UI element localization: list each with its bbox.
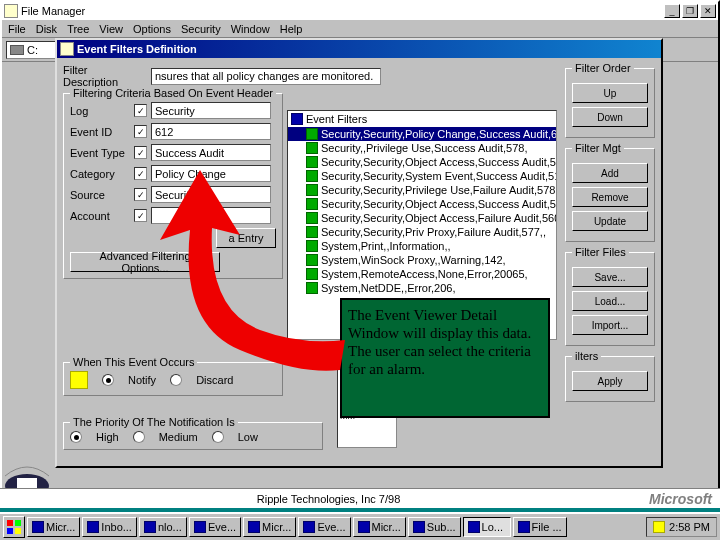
account-input[interactable] (151, 207, 271, 224)
import-button[interactable]: Import... (572, 315, 648, 335)
system-tray[interactable]: 2:58 PM (646, 517, 717, 537)
tree-item[interactable]: System,RemoteAccess,None,Error,20065, (288, 267, 556, 281)
tree-item[interactable]: Security,Security,Policy Change,Success … (288, 127, 556, 141)
taskbar-button[interactable]: Micr... (27, 517, 80, 537)
account-checkbox[interactable]: ✓ (134, 209, 147, 222)
filter-icon (306, 212, 318, 224)
menu-window[interactable]: Window (231, 23, 270, 35)
down-button[interactable]: Down (572, 107, 648, 127)
taskbar-button[interactable]: Micr... (243, 517, 296, 537)
high-radio[interactable] (70, 431, 82, 443)
menu-options[interactable]: Options (133, 23, 171, 35)
taskbar-button[interactable]: Sub... (408, 517, 461, 537)
taskbar-button[interactable]: nlo... (139, 517, 187, 537)
filter-description-input[interactable] (151, 68, 381, 85)
tree-item[interactable]: Security,,Privilege Use,Success Audit,57… (288, 141, 556, 155)
task-label: Eve... (208, 521, 236, 533)
filter-files-group: Save... Load... Import... (565, 252, 655, 346)
log-checkbox[interactable]: ✓ (134, 104, 147, 117)
tree-item[interactable]: Security,Security,System Event,Success A… (288, 169, 556, 183)
menu-view[interactable]: View (99, 23, 123, 35)
apply-button[interactable]: Apply (572, 371, 648, 391)
footer-right: Microsoft (649, 491, 712, 507)
filter-icon (306, 240, 318, 252)
start-button[interactable] (3, 516, 25, 538)
medium-radio[interactable] (133, 431, 145, 443)
svg-rect-1 (17, 478, 37, 488)
medium-label: Medium (159, 431, 198, 443)
load-button[interactable]: Load... (572, 291, 648, 311)
tree-item-label: Security,Security,Privilege Use,Failure … (321, 184, 557, 196)
filter-icon (306, 142, 318, 154)
category-checkbox[interactable]: ✓ (134, 167, 147, 180)
fm-titlebar[interactable]: File Manager _ ❐ ✕ (2, 2, 718, 20)
annotation-callout: The Event Viewer Detail Window will disp… (340, 298, 550, 418)
tree-item[interactable]: System,WinSock Proxy,,Warning,142, (288, 253, 556, 267)
low-radio[interactable] (212, 431, 224, 443)
up-button[interactable]: Up (572, 83, 648, 103)
eventid-input[interactable] (151, 123, 271, 140)
task-label: Micr... (46, 521, 75, 533)
taskbar-button[interactable]: Micr... (353, 517, 406, 537)
filter-icon (306, 226, 318, 238)
menu-tree[interactable]: Tree (67, 23, 89, 35)
task-icon (32, 521, 44, 533)
tray-icon[interactable] (653, 521, 665, 533)
fm-menubar[interactable]: File Disk Tree View Options Security Win… (2, 20, 718, 38)
filter-icon (306, 184, 318, 196)
funnel-icon (291, 113, 303, 125)
add-button[interactable]: Add (572, 163, 648, 183)
advanced-options-button[interactable]: Advanced Filtering Options... (70, 252, 220, 272)
tree-item[interactable]: Security,Security,Privilege Use,Failure … (288, 183, 556, 197)
save-button[interactable]: Save... (572, 267, 648, 287)
tree-item[interactable]: Security,Security,Object Access,Success … (288, 197, 556, 211)
menu-security[interactable]: Security (181, 23, 221, 35)
taskbar-button[interactable]: Eve... (298, 517, 350, 537)
source-checkbox[interactable]: ✓ (134, 188, 147, 201)
filter-mgt-group: Add Remove Update (565, 148, 655, 242)
minimize-button[interactable]: _ (664, 4, 680, 18)
source-input[interactable] (151, 186, 271, 203)
tree-item[interactable]: Security,Security,Object Access,Success … (288, 155, 556, 169)
dialog-titlebar[interactable]: Event Filters Definition (57, 40, 661, 58)
discard-radio[interactable] (170, 374, 182, 386)
tree-item-label: Security,Security,Object Access,Success … (321, 156, 557, 168)
tree-item-label: System,NetDDE,,Error,206, (321, 282, 456, 294)
fm-system-icon[interactable] (4, 4, 18, 18)
filter-order-group: Up Down (565, 68, 655, 138)
priority-group: High Medium Low (63, 422, 323, 450)
maximize-button[interactable]: ❐ (682, 4, 698, 18)
notify-label: Notify (128, 374, 156, 386)
eventtype-input[interactable] (151, 144, 271, 161)
eventid-label: Event ID (70, 126, 130, 138)
remove-button[interactable]: Remove (572, 187, 648, 207)
criteria-group: Log✓ Event ID✓ Event Type✓ Category✓ Sou… (63, 93, 283, 279)
taskbar-button[interactable]: File ... (513, 517, 567, 537)
eventtype-checkbox[interactable]: ✓ (134, 146, 147, 159)
tree-item[interactable]: Security,Security,Object Access,Failure … (288, 211, 556, 225)
taskbar-button[interactable]: Inbo... (82, 517, 137, 537)
log-input[interactable] (151, 102, 271, 119)
taskbar-button[interactable]: Lo... (463, 517, 511, 537)
menu-help[interactable]: Help (280, 23, 303, 35)
menu-file[interactable]: File (8, 23, 26, 35)
update-button[interactable]: Update (572, 211, 648, 231)
tree-item[interactable]: System,NetDDE,,Error,206, (288, 281, 556, 295)
task-label: Micr... (262, 521, 291, 533)
tree-item[interactable]: System,Print,,Information,, (288, 239, 556, 253)
menu-disk[interactable]: Disk (36, 23, 57, 35)
notify-radio[interactable] (102, 374, 114, 386)
task-icon (468, 521, 480, 533)
fm-title-text: File Manager (21, 5, 85, 17)
dialog-system-icon[interactable] (60, 42, 74, 56)
taskbar-button[interactable]: Eve... (189, 517, 241, 537)
data-entry-button[interactable]: a Entry (216, 228, 276, 248)
category-input[interactable] (151, 165, 271, 182)
tree-item[interactable]: Security,Security,Priv Proxy,Failure Aud… (288, 225, 556, 239)
eventid-checkbox[interactable]: ✓ (134, 125, 147, 138)
tree-item-label: System,Print,,Information,, (321, 240, 451, 252)
filter-icon (306, 254, 318, 266)
close-button[interactable]: ✕ (700, 4, 716, 18)
tree-item-label: Security,Security,System Event,Success A… (321, 170, 557, 182)
filter-icon (306, 268, 318, 280)
